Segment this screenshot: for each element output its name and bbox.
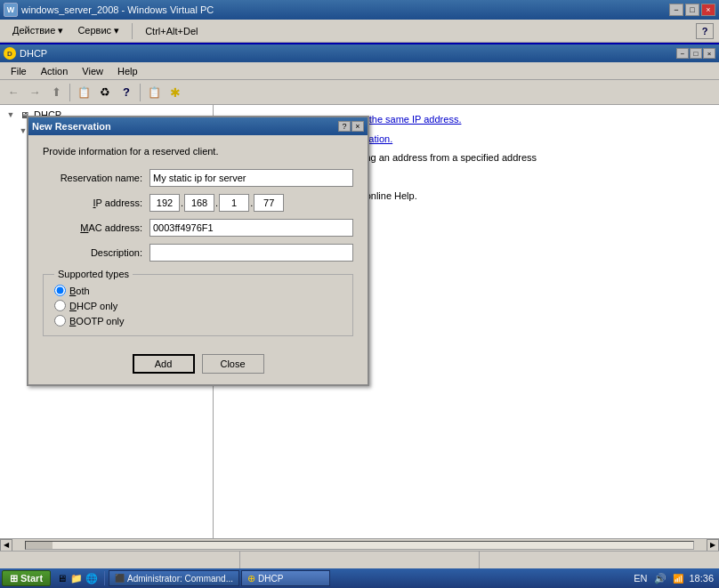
scroll-left-button[interactable]: ◀ — [0, 539, 12, 552]
start-label: Start — [20, 573, 43, 584]
new-reservation-dialog: New Reservation ? × Provide information … — [27, 116, 369, 386]
vpc-close-button[interactable]: × — [701, 4, 715, 16]
taskbar-cmd-button[interactable]: ⬛ Administrator: Command... — [109, 570, 239, 586]
dialog-close-button[interactable]: × — [351, 121, 364, 132]
dhcp-minimize-button[interactable]: − — [676, 48, 689, 59]
dhcp-close-button[interactable]: × — [703, 48, 715, 59]
scroll-right-button[interactable]: ▶ — [707, 539, 719, 552]
reservation-name-input[interactable] — [149, 169, 353, 187]
radio-bootp-label: BOOTP only — [69, 316, 125, 326]
taskbar-volume-icon[interactable]: 📶 — [671, 571, 685, 585]
mac-address-input[interactable] — [149, 219, 353, 237]
dialog-title: New Reservation — [32, 121, 338, 132]
radio-dhcp-label: DHCP only — [69, 301, 117, 311]
add-button[interactable]: Add — [133, 354, 195, 374]
start-icon: ⊞ — [10, 573, 18, 584]
vpc-minimize-button[interactable]: − — [669, 4, 683, 16]
ip-segment-2[interactable] — [184, 194, 214, 212]
status-bar — [0, 551, 719, 568]
taskbar-cmd-label: Administrator: Command... — [127, 574, 233, 584]
toolbar-refresh-button[interactable]: ♻ — [95, 83, 115, 102]
mac-address-label: MAC address: — [43, 222, 149, 233]
supported-types-legend: Supported types — [54, 269, 133, 279]
vpc-menu-service[interactable]: Сервис ▾ — [70, 23, 126, 38]
vpc-titlebar: W windows_server_2008 - Windows Virtual … — [0, 0, 719, 20]
ip-segment-3[interactable] — [219, 194, 249, 212]
menu-view[interactable]: View — [75, 64, 110, 78]
reservation-name-label-text: Reservation name: — [61, 173, 142, 183]
toolbar-star-button[interactable]: ✱ — [166, 83, 185, 102]
mac-label-underline: M — [80, 222, 88, 233]
ip-segment-1[interactable] — [149, 194, 180, 212]
vpc-help-button[interactable]: ? — [696, 23, 714, 39]
ip-input-group: . . . — [149, 194, 353, 212]
radio-dhcp-row: DHCP only — [54, 300, 342, 311]
description-input[interactable] — [149, 244, 353, 262]
taskbar-cmd-icon: ⬛ — [115, 574, 125, 583]
vpc-title: windows_server_2008 - Windows Virtual PC — [21, 4, 669, 15]
quick-launch-icons: 🖥 📁 🌐 — [53, 571, 101, 585]
supported-types-fieldset: Supported types Both DHCP only — [43, 269, 353, 336]
start-button[interactable]: ⊞ Start — [2, 570, 51, 586]
taskbar-network-icon[interactable]: 🔊 — [653, 571, 667, 585]
radio-bootp-row: BOOTP only — [54, 315, 342, 326]
taskbar-dhcp-icon: ⊕ — [247, 573, 255, 584]
description-row: Description: — [43, 244, 353, 262]
radio-both-label: Both — [69, 286, 90, 296]
radio-dhcp[interactable] — [54, 300, 66, 311]
vpc-icon: W — [4, 3, 18, 17]
taskbar-dhcp-label: DHCP — [258, 574, 283, 584]
toolbar-up-button[interactable]: ⬆ — [46, 83, 66, 102]
taskbar-separator — [104, 571, 105, 585]
toolbar-forward-button[interactable]: → — [25, 83, 44, 102]
toolbar-separator-1 — [69, 84, 70, 101]
ip-segment-4[interactable] — [254, 194, 284, 212]
toolbar-list-button[interactable]: 📋 — [144, 83, 164, 102]
quick-launch-1[interactable]: 🖥 — [54, 571, 69, 585]
reservation-name-row: Reservation name: — [43, 169, 353, 187]
tree-expand-icon[interactable]: ▼ — [4, 108, 18, 122]
horizontal-scrollbar: ◀ ▶ — [0, 538, 719, 551]
vpc-toolbar-separator — [132, 23, 133, 39]
quick-launch-3[interactable]: 🌐 — [85, 571, 99, 585]
vpc-window-controls: − □ × — [669, 4, 715, 16]
dhcp-menubar: File Action View Help — [0, 62, 719, 80]
quick-launch-2[interactable]: 📁 — [69, 571, 84, 585]
taskbar-dhcp-button[interactable]: ⊕ DHCP — [241, 570, 330, 586]
scroll-thumb[interactable] — [26, 542, 53, 549]
description-label: Description: — [43, 247, 149, 258]
supported-types-section: Supported types Both DHCP only — [43, 269, 353, 336]
dhcp-window-title: DHCP — [20, 48, 676, 59]
toolbar-back-button[interactable]: ← — [4, 83, 23, 102]
ip-label-underline: I — [93, 197, 96, 208]
reservation-name-label: Reservation name: — [43, 173, 149, 183]
ip-address-row: IP address: . . . — [43, 194, 353, 212]
menu-file[interactable]: File — [4, 64, 34, 78]
scroll-track[interactable] — [25, 541, 694, 550]
dhcp-window-icon: D — [4, 47, 16, 60]
radio-both[interactable] — [54, 285, 66, 296]
vpc-toolbar: Действие ▾ Сервис ▾ Ctrl+Alt+Del ? — [0, 20, 719, 43]
status-section-1 — [0, 552, 240, 568]
toolbar-help-button[interactable]: ? — [117, 83, 136, 102]
radio-bootp[interactable] — [54, 315, 66, 326]
taskbar-clock: 18:36 — [689, 573, 714, 584]
ctrl-alt-del-button[interactable]: Ctrl+Alt+Del — [138, 24, 205, 38]
ip-address-label: IP address: — [43, 197, 149, 208]
dialog-help-button[interactable]: ? — [338, 121, 351, 132]
status-section-3 — [480, 552, 719, 568]
menu-help[interactable]: Help — [110, 64, 145, 78]
toolbar-properties-button[interactable]: 📋 — [74, 83, 93, 102]
dhcp-maximize-button[interactable]: □ — [690, 48, 702, 59]
vpc-maximize-button[interactable]: □ — [685, 4, 699, 16]
taskbar: ⊞ Start 🖥 📁 🌐 ⬛ Administrator: Command..… — [0, 568, 719, 588]
vpc-menu-action[interactable]: Действие ▾ — [5, 23, 70, 38]
taskbar-language: EN — [631, 573, 650, 584]
close-dialog-button[interactable]: Close — [202, 354, 264, 374]
menu-action[interactable]: Action — [34, 64, 76, 78]
status-section-2 — [240, 552, 481, 568]
taskbar-right: EN 🔊 📶 18:36 — [631, 571, 717, 585]
dialog-footer: Add Close — [28, 347, 368, 384]
dialog-titlebar: New Reservation ? × — [28, 117, 368, 135]
dialog-subtitle: Provide information for a reserved clien… — [43, 146, 353, 157]
